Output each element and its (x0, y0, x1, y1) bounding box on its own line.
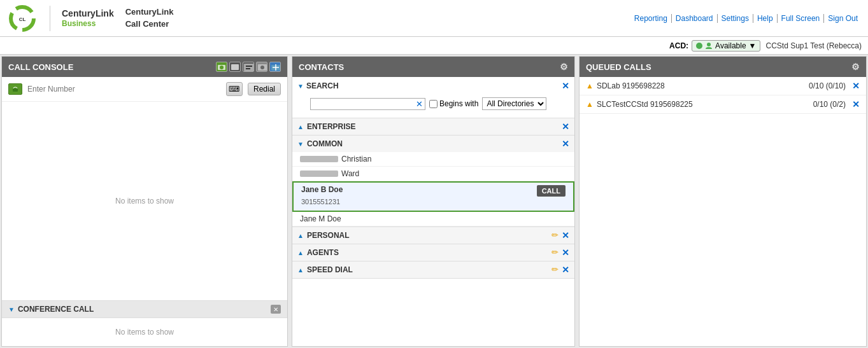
agents-close-button[interactable]: ✕ (562, 247, 569, 258)
status-badge[interactable]: Available ▼ (692, 40, 760, 52)
enterprise-header-left: ▲ ENTERPRISE (297, 122, 356, 131)
queue-item-remove-button[interactable]: ✕ (852, 99, 860, 109)
personal-section: ▲ PERSONAL ✏ ✕ (292, 227, 574, 244)
call-console-header: CALL CONSOLE (2, 57, 287, 77)
nav-signout[interactable]: Sign Out (824, 14, 862, 23)
queue-item-name: SLCTestCCStd 9195698225 (597, 100, 813, 109)
nav-links: Reporting Dashboard Settings Help Full S… (630, 14, 862, 23)
svg-point-6 (220, 66, 224, 69)
redial-button[interactable]: Redial (248, 83, 281, 95)
common-toggle-icon: ▼ (297, 141, 304, 148)
conference-title: ▼ CONFERENCE CALL (8, 305, 94, 314)
svg-point-12 (260, 66, 264, 69)
nav-help[interactable]: Help (753, 14, 778, 23)
call-console-icon-3[interactable] (243, 62, 254, 72)
queue-item-expand-icon[interactable]: ▲ (586, 100, 594, 109)
search-title: ▼ SEARCH (297, 81, 339, 90)
speed-dial-header[interactable]: ▲ SPEED DIAL ✏ ✕ (292, 261, 574, 278)
common-header[interactable]: ▼ COMMON ✕ (292, 136, 574, 152)
begins-with-option: Begins with (429, 99, 478, 108)
contacts-settings-icon[interactable]: ⚙ (560, 62, 568, 72)
common-header-left: ▼ COMMON (297, 139, 343, 148)
contact-name: Christian (341, 155, 371, 164)
speed-dial-close-button[interactable]: ✕ (562, 265, 569, 275)
directory-select[interactable]: All Directories (482, 97, 546, 110)
personal-header[interactable]: ▲ PERSONAL ✏ ✕ (292, 227, 574, 244)
logo-company: CenturyLink (62, 8, 114, 19)
nav-fullscreen[interactable]: Full Screen (778, 14, 825, 23)
queued-calls-header: QUEUED CALLS ⚙ (580, 57, 866, 77)
nav-settings[interactable]: Settings (718, 14, 753, 23)
contact-blurred-first (300, 156, 338, 162)
common-close-button[interactable]: ✕ (562, 139, 569, 149)
queue-item-expand-icon[interactable]: ▲ (586, 81, 594, 90)
common-contacts-list: Christian Ward Jane B Doe CALL 301555123… (292, 152, 574, 226)
call-console-icon-1[interactable] (216, 62, 227, 72)
contact-item-expanded[interactable]: Jane B Doe CALL 3015551231 (292, 181, 574, 212)
logo-text: CenturyLink Business (62, 8, 114, 29)
enterprise-section: ▲ ENTERPRISE ✕ (292, 118, 574, 136)
agents-toggle-icon: ▲ (297, 249, 304, 256)
search-close-button[interactable]: ✕ (562, 81, 569, 91)
personal-header-left: ▲ PERSONAL (297, 231, 350, 240)
conference-body: No items to show (2, 318, 287, 346)
contact-item[interactable]: Ward (292, 167, 574, 181)
call-console-panel: CALL CONSOLE (1, 56, 288, 347)
call-console-icon-5[interactable] (269, 62, 281, 72)
call-console-icons (216, 62, 281, 72)
queue-item: ▲ SLCTestCCStd 9195698225 0/10 (0/2) ✕ (580, 95, 866, 114)
speed-dial-header-left: ▲ SPEED DIAL (297, 265, 353, 274)
queue-item-remove-button[interactable]: ✕ (852, 81, 860, 91)
svg-text:CL: CL (19, 17, 26, 22)
contact-phone: 3015551231 (301, 198, 566, 205)
begins-with-checkbox[interactable] (429, 100, 438, 108)
queued-calls-header-icons: ⚙ (851, 62, 860, 72)
acd-label: ACD: (669, 41, 688, 50)
contact-expanded-row: Jane B Doe CALL (301, 185, 566, 197)
enterprise-close-button[interactable]: ✕ (562, 122, 569, 132)
call-console-icon-2[interactable] (229, 62, 241, 72)
personal-label: PERSONAL (307, 231, 350, 240)
contacts-body[interactable]: ▼ SEARCH ✕ ✕ Begins with All Dir (292, 77, 574, 346)
contact-item[interactable]: Jane M Doe (292, 212, 574, 226)
call-console-icon-4[interactable] (256, 62, 267, 72)
agents-label: AGENTS (307, 248, 339, 257)
svg-rect-15 (13, 88, 18, 92)
speed-dial-toggle-icon: ▲ (297, 267, 304, 274)
contacts-header-icons: ⚙ (560, 62, 568, 72)
conference-section: ▼ CONFERENCE CALL ✕ No items to show (2, 300, 287, 346)
search-input-wrap: ✕ (310, 98, 425, 110)
search-header-row: ▼ SEARCH ✕ (297, 81, 569, 91)
conference-close-button[interactable]: ✕ (271, 305, 281, 314)
svg-rect-9 (246, 66, 252, 67)
keypad-button[interactable]: ⌨ (226, 82, 243, 96)
search-collapse-icon[interactable]: ▼ (297, 83, 304, 90)
enterprise-header[interactable]: ▲ ENTERPRISE ✕ (292, 118, 574, 135)
nav-reporting[interactable]: Reporting (630, 14, 672, 23)
queued-calls-panel: QUEUED CALLS ⚙ ▲ SDLab 9195698228 0/10 (… (579, 56, 867, 347)
enter-number-input[interactable] (27, 85, 221, 94)
speed-dial-edit-icon[interactable]: ✏ (551, 265, 559, 275)
search-input[interactable] (313, 99, 415, 108)
logo-divider (50, 6, 50, 31)
nav-dashboard[interactable]: Dashboard (672, 14, 718, 23)
contacts-header: CONTACTS ⚙ (292, 57, 574, 77)
svg-rect-7 (231, 64, 239, 70)
speed-dial-label: SPEED DIAL (307, 265, 353, 274)
top-navigation: CL CenturyLink Business CenturyLink Call… (0, 0, 868, 37)
conference-collapse-icon[interactable]: ▼ (8, 306, 15, 313)
svg-rect-10 (246, 68, 250, 69)
personal-toggle-icon: ▲ (297, 232, 304, 239)
queued-calls-settings-icon[interactable]: ⚙ (851, 62, 860, 72)
personal-edit-icon[interactable]: ✏ (551, 230, 559, 240)
call-button[interactable]: CALL (537, 185, 566, 197)
search-label: SEARCH (306, 81, 339, 90)
status-dropdown-arrow[interactable]: ▼ (749, 41, 757, 50)
agents-header[interactable]: ▲ AGENTS ✏ ✕ (292, 244, 574, 261)
enterprise-toggle-icon: ▲ (297, 123, 304, 130)
status-dot (696, 43, 702, 49)
agents-edit-icon[interactable]: ✏ (551, 247, 559, 258)
search-clear-icon[interactable]: ✕ (416, 99, 423, 109)
personal-close-button[interactable]: ✕ (562, 230, 569, 240)
contact-item[interactable]: Christian (292, 152, 574, 167)
